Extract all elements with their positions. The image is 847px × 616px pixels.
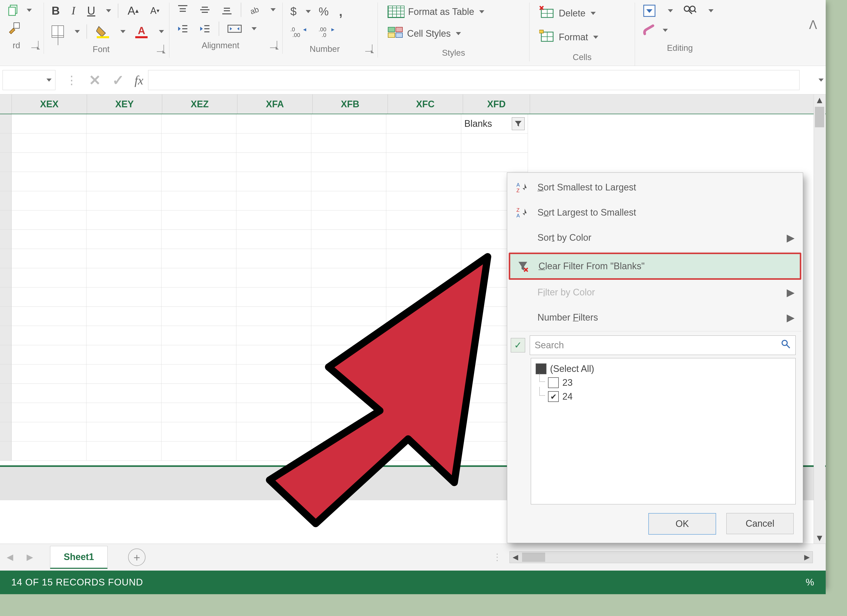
cell[interactable] — [386, 172, 461, 191]
row-header[interactable] — [0, 422, 12, 442]
dialog-launcher-icon[interactable] — [365, 44, 372, 52]
dropdown-icon[interactable] — [120, 30, 125, 33]
row-header[interactable] — [0, 365, 12, 384]
row-header[interactable] — [0, 307, 12, 326]
cell[interactable] — [386, 114, 461, 133]
cell[interactable] — [87, 172, 161, 191]
comma-button[interactable]: , — [336, 3, 345, 21]
cell[interactable] — [386, 365, 461, 384]
sort-descending-item[interactable]: ZA Sort Largest to Smallest — [509, 200, 801, 225]
cell[interactable] — [311, 288, 386, 307]
collapse-ribbon-icon[interactable]: ᐱ — [809, 18, 817, 32]
cell[interactable]: Blanks — [461, 114, 528, 133]
cell[interactable] — [12, 422, 87, 442]
cell[interactable] — [12, 326, 87, 345]
cell[interactable] — [161, 326, 236, 345]
cell[interactable] — [386, 153, 461, 172]
row-header[interactable] — [0, 191, 12, 210]
dropdown-icon[interactable] — [270, 8, 276, 11]
underline-button[interactable]: U — [84, 3, 98, 19]
cell[interactable] — [311, 442, 386, 461]
cell[interactable] — [236, 442, 311, 461]
dropdown-icon[interactable] — [75, 30, 80, 33]
cell[interactable] — [161, 268, 236, 288]
clear-filter-item[interactable]: Clear Filter From "Blanks" — [509, 253, 801, 280]
dropdown-icon[interactable] — [27, 9, 32, 12]
cell[interactable] — [161, 133, 236, 153]
cell[interactable] — [87, 133, 161, 153]
col-header[interactable]: XEY — [87, 95, 162, 114]
cell[interactable] — [161, 307, 236, 326]
cancel-formula-icon[interactable]: ✕ — [83, 72, 106, 89]
cell[interactable] — [311, 422, 386, 442]
row-header[interactable] — [0, 133, 12, 153]
cell[interactable] — [386, 403, 461, 422]
cell[interactable] — [87, 268, 161, 288]
decrease-font-button[interactable]: A▾ — [148, 4, 162, 18]
cell[interactable] — [87, 153, 161, 172]
dropdown-icon[interactable] — [159, 30, 164, 33]
number-filters-item[interactable]: Number Filters ▶ — [509, 305, 801, 330]
cell[interactable] — [87, 384, 161, 403]
scroll-thumb[interactable] — [522, 552, 545, 562]
cell[interactable] — [236, 288, 311, 307]
cell[interactable] — [386, 249, 461, 268]
vertical-scrollbar[interactable]: ▲ ▼ — [814, 95, 825, 544]
dialog-launcher-icon[interactable] — [31, 41, 38, 48]
fill-button[interactable] — [640, 3, 659, 19]
cell[interactable] — [311, 365, 386, 384]
cell[interactable] — [311, 268, 386, 288]
cell[interactable] — [12, 403, 87, 422]
scroll-down-icon[interactable]: ▼ — [814, 532, 825, 544]
cell[interactable] — [311, 153, 386, 172]
scroll-right-icon[interactable]: ► — [801, 552, 813, 563]
cell[interactable] — [236, 210, 311, 230]
cell[interactable] — [386, 384, 461, 403]
cell[interactable] — [311, 191, 386, 210]
cell[interactable] — [87, 365, 161, 384]
cell[interactable] — [311, 230, 386, 249]
row-header[interactable] — [0, 230, 12, 249]
cell[interactable] — [236, 365, 311, 384]
cell[interactable] — [87, 326, 161, 345]
cell[interactable] — [311, 345, 386, 365]
dialog-launcher-icon[interactable] — [270, 41, 277, 48]
checkbox[interactable]: ✔ — [548, 391, 559, 402]
cell[interactable] — [311, 210, 386, 230]
cell[interactable] — [161, 422, 236, 442]
row-header[interactable] — [0, 442, 12, 461]
cell[interactable] — [236, 191, 311, 210]
filter-search-input[interactable]: Search — [530, 335, 796, 355]
cell[interactable] — [311, 307, 386, 326]
cell[interactable] — [311, 326, 386, 345]
cell[interactable] — [311, 114, 386, 133]
cell[interactable] — [461, 133, 528, 153]
cell[interactable] — [386, 268, 461, 288]
cell-styles-button[interactable]: Cell Styles — [383, 24, 466, 43]
bold-button[interactable]: B — [49, 3, 62, 19]
filter-checklist[interactable]: (Select All) 23 ✔ 24 — [531, 358, 796, 504]
cell[interactable] — [386, 345, 461, 365]
checkbox-tristate[interactable] — [536, 363, 546, 374]
cancel-button[interactable]: Cancel — [726, 513, 794, 534]
cell[interactable] — [12, 133, 87, 153]
zoom-percent[interactable]: % — [806, 577, 815, 588]
align-bottom-button[interactable] — [219, 3, 235, 17]
name-box[interactable] — [3, 70, 55, 90]
cell[interactable] — [12, 249, 87, 268]
row-header[interactable] — [0, 288, 12, 307]
cell[interactable] — [161, 288, 236, 307]
decrease-indent-button[interactable] — [174, 22, 191, 36]
expand-formula-bar-icon[interactable] — [815, 78, 826, 81]
merge-button[interactable] — [225, 22, 244, 36]
format-painter-button[interactable] — [5, 19, 24, 36]
scroll-up-icon[interactable]: ▲ — [814, 95, 825, 106]
cell[interactable] — [12, 210, 87, 230]
cell[interactable] — [12, 345, 87, 365]
copy-button[interactable] — [5, 3, 22, 18]
find-button[interactable] — [681, 3, 699, 19]
row-header[interactable] — [0, 114, 12, 133]
row-header[interactable] — [0, 345, 12, 365]
format-as-table-button[interactable]: Format as Table — [383, 3, 489, 21]
cell[interactable] — [12, 230, 87, 249]
